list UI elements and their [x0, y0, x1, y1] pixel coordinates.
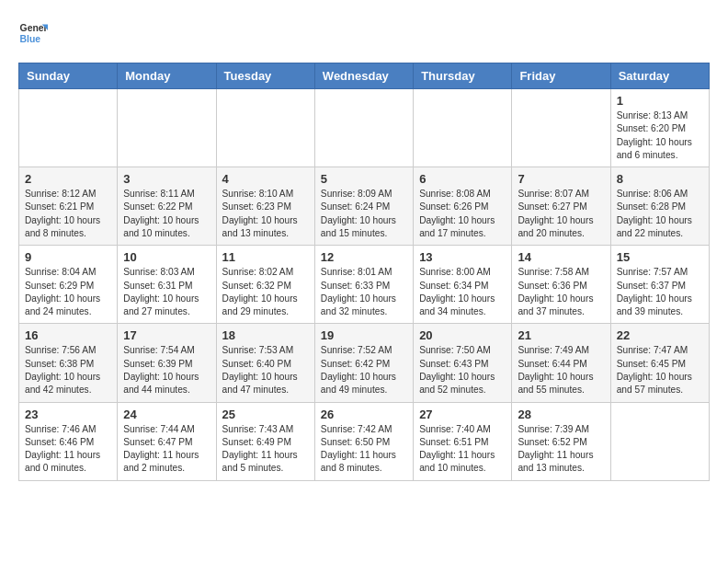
calendar-cell: 7Sunrise: 8:07 AM Sunset: 6:27 PM Daylig… [512, 167, 610, 246]
day-info: Sunrise: 7:39 AM Sunset: 6:52 PM Dayligh… [518, 423, 604, 476]
day-info: Sunrise: 8:10 AM Sunset: 6:23 PM Dayligh… [222, 188, 309, 240]
day-info: Sunrise: 8:03 AM Sunset: 6:31 PM Dayligh… [123, 266, 210, 318]
weekday-saturday: Saturday [610, 63, 709, 89]
calendar-cell: 15Sunrise: 7:57 AM Sunset: 6:37 PM Dayli… [610, 246, 709, 324]
calendar-cell: 5Sunrise: 8:09 AM Sunset: 6:24 PM Daylig… [314, 167, 413, 246]
calendar-cell: 3Sunrise: 8:11 AM Sunset: 6:22 PM Daylig… [118, 167, 216, 246]
day-info: Sunrise: 7:50 AM Sunset: 6:43 PM Dayligh… [419, 344, 506, 396]
calendar-cell: 26Sunrise: 7:42 AM Sunset: 6:50 PM Dayli… [314, 402, 413, 480]
weekday-sunday: Sunday [19, 63, 118, 89]
weekday-friday: Friday [512, 63, 610, 89]
day-info: Sunrise: 7:53 AM Sunset: 6:40 PM Dayligh… [222, 344, 309, 396]
day-number: 23 [25, 408, 111, 421]
day-number: 19 [321, 328, 407, 342]
day-number: 5 [321, 172, 407, 186]
calendar-cell: 19Sunrise: 7:52 AM Sunset: 6:42 PM Dayli… [314, 324, 413, 402]
weekday-thursday: Thursday [414, 63, 512, 89]
day-number: 27 [419, 408, 506, 421]
day-number: 26 [321, 408, 407, 421]
calendar-cell: 16Sunrise: 7:56 AM Sunset: 6:38 PM Dayli… [19, 324, 118, 402]
calendar-cell: 14Sunrise: 7:58 AM Sunset: 6:36 PM Dayli… [512, 246, 610, 324]
calendar-cell [314, 89, 413, 167]
day-number: 8 [617, 172, 703, 186]
calendar-cell: 10Sunrise: 8:03 AM Sunset: 6:31 PM Dayli… [118, 246, 216, 324]
day-number: 17 [123, 328, 210, 342]
calendar-cell: 6Sunrise: 8:08 AM Sunset: 6:26 PM Daylig… [414, 167, 512, 246]
day-number: 13 [419, 250, 506, 264]
calendar-cell: 2Sunrise: 8:12 AM Sunset: 6:21 PM Daylig… [19, 167, 118, 246]
day-number: 16 [25, 328, 111, 342]
calendar-cell [610, 402, 709, 480]
day-info: Sunrise: 8:09 AM Sunset: 6:24 PM Dayligh… [321, 188, 407, 240]
day-info: Sunrise: 7:54 AM Sunset: 6:39 PM Dayligh… [123, 344, 210, 396]
calendar-cell: 27Sunrise: 7:40 AM Sunset: 6:51 PM Dayli… [414, 402, 512, 480]
week-row-3: 9Sunrise: 8:04 AM Sunset: 6:29 PM Daylig… [19, 246, 710, 324]
calendar-table: SundayMondayTuesdayWednesdayThursdayFrid… [18, 63, 710, 481]
day-info: Sunrise: 8:06 AM Sunset: 6:28 PM Dayligh… [617, 188, 703, 240]
calendar-cell: 18Sunrise: 7:53 AM Sunset: 6:40 PM Dayli… [216, 324, 314, 402]
calendar-cell [118, 89, 216, 167]
calendar-cell: 9Sunrise: 8:04 AM Sunset: 6:29 PM Daylig… [19, 246, 118, 324]
calendar-cell: 8Sunrise: 8:06 AM Sunset: 6:28 PM Daylig… [610, 167, 709, 246]
day-info: Sunrise: 7:58 AM Sunset: 6:36 PM Dayligh… [518, 266, 604, 318]
day-number: 4 [222, 172, 309, 186]
day-number: 18 [222, 328, 309, 342]
calendar-cell: 24Sunrise: 7:44 AM Sunset: 6:47 PM Dayli… [118, 402, 216, 480]
calendar-cell: 25Sunrise: 7:43 AM Sunset: 6:49 PM Dayli… [216, 402, 314, 480]
day-info: Sunrise: 7:47 AM Sunset: 6:45 PM Dayligh… [617, 344, 703, 396]
weekday-header-row: SundayMondayTuesdayWednesdayThursdayFrid… [19, 63, 710, 89]
day-info: Sunrise: 8:07 AM Sunset: 6:27 PM Dayligh… [518, 188, 604, 240]
day-number: 7 [518, 172, 604, 186]
day-info: Sunrise: 8:11 AM Sunset: 6:22 PM Dayligh… [123, 188, 210, 240]
day-info: Sunrise: 7:57 AM Sunset: 6:37 PM Dayligh… [617, 266, 703, 318]
day-number: 25 [222, 408, 309, 421]
day-info: Sunrise: 7:43 AM Sunset: 6:49 PM Dayligh… [222, 423, 309, 476]
calendar-cell: 13Sunrise: 8:00 AM Sunset: 6:34 PM Dayli… [414, 246, 512, 324]
day-number: 10 [123, 250, 210, 264]
calendar-cell: 11Sunrise: 8:02 AM Sunset: 6:32 PM Dayli… [216, 246, 314, 324]
calendar-cell: 1Sunrise: 8:13 AM Sunset: 6:20 PM Daylig… [610, 89, 709, 167]
day-number: 21 [518, 328, 604, 342]
page-header: General Blue [18, 18, 710, 48]
weekday-wednesday: Wednesday [314, 63, 413, 89]
day-info: Sunrise: 8:13 AM Sunset: 6:20 PM Dayligh… [617, 109, 703, 162]
calendar-cell: 21Sunrise: 7:49 AM Sunset: 6:44 PM Dayli… [512, 324, 610, 402]
day-number: 2 [25, 172, 111, 186]
day-info: Sunrise: 7:56 AM Sunset: 6:38 PM Dayligh… [25, 344, 111, 396]
day-info: Sunrise: 8:12 AM Sunset: 6:21 PM Dayligh… [25, 188, 111, 240]
day-info: Sunrise: 7:42 AM Sunset: 6:50 PM Dayligh… [321, 423, 407, 476]
calendar-cell: 12Sunrise: 8:01 AM Sunset: 6:33 PM Dayli… [314, 246, 413, 324]
day-info: Sunrise: 7:44 AM Sunset: 6:47 PM Dayligh… [123, 423, 210, 476]
svg-text:Blue: Blue [20, 34, 41, 44]
calendar-cell: 4Sunrise: 8:10 AM Sunset: 6:23 PM Daylig… [216, 167, 314, 246]
logo: General Blue [18, 18, 48, 48]
day-number: 11 [222, 250, 309, 264]
day-number: 22 [617, 328, 703, 342]
day-info: Sunrise: 7:46 AM Sunset: 6:46 PM Dayligh… [25, 423, 111, 476]
day-number: 9 [25, 250, 111, 264]
day-info: Sunrise: 7:49 AM Sunset: 6:44 PM Dayligh… [518, 344, 604, 396]
calendar-cell: 28Sunrise: 7:39 AM Sunset: 6:52 PM Dayli… [512, 402, 610, 480]
day-info: Sunrise: 8:08 AM Sunset: 6:26 PM Dayligh… [419, 188, 506, 240]
day-number: 14 [518, 250, 604, 264]
day-number: 24 [123, 408, 210, 421]
weekday-monday: Monday [118, 63, 216, 89]
day-number: 6 [419, 172, 506, 186]
calendar-cell: 22Sunrise: 7:47 AM Sunset: 6:45 PM Dayli… [610, 324, 709, 402]
day-number: 28 [518, 408, 604, 421]
day-info: Sunrise: 8:01 AM Sunset: 6:33 PM Dayligh… [321, 266, 407, 318]
calendar-cell: 17Sunrise: 7:54 AM Sunset: 6:39 PM Dayli… [118, 324, 216, 402]
day-number: 3 [123, 172, 210, 186]
day-info: Sunrise: 7:52 AM Sunset: 6:42 PM Dayligh… [321, 344, 407, 396]
week-row-5: 23Sunrise: 7:46 AM Sunset: 6:46 PM Dayli… [19, 402, 710, 480]
day-number: 1 [617, 94, 703, 108]
day-number: 15 [617, 250, 703, 264]
week-row-2: 2Sunrise: 8:12 AM Sunset: 6:21 PM Daylig… [19, 167, 710, 246]
weekday-tuesday: Tuesday [216, 63, 314, 89]
day-info: Sunrise: 7:40 AM Sunset: 6:51 PM Dayligh… [419, 423, 506, 476]
day-info: Sunrise: 8:04 AM Sunset: 6:29 PM Dayligh… [25, 266, 111, 318]
calendar-cell: 23Sunrise: 7:46 AM Sunset: 6:46 PM Dayli… [19, 402, 118, 480]
day-info: Sunrise: 8:02 AM Sunset: 6:32 PM Dayligh… [222, 266, 309, 318]
calendar-cell [414, 89, 512, 167]
calendar-cell: 20Sunrise: 7:50 AM Sunset: 6:43 PM Dayli… [414, 324, 512, 402]
